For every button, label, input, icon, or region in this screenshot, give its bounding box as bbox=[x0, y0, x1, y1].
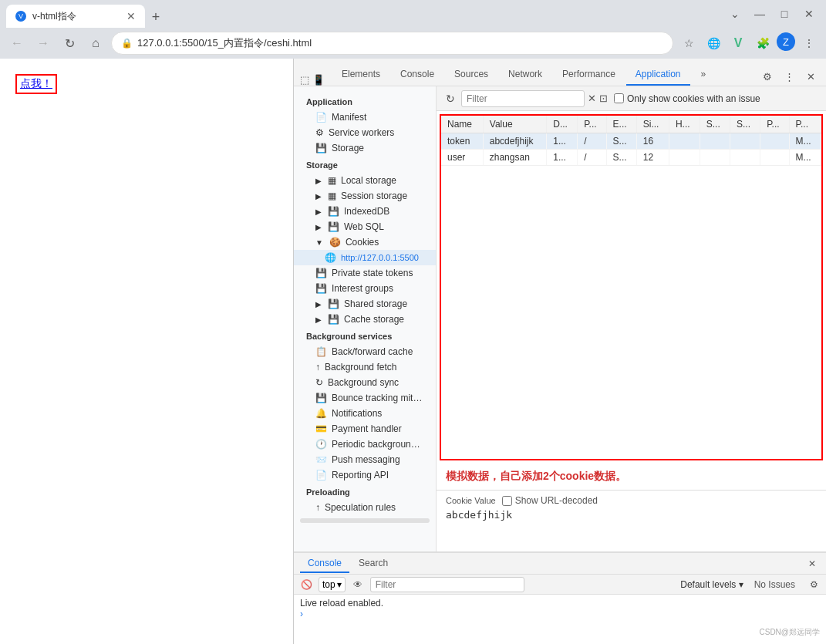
col-httponly[interactable]: H... bbox=[669, 116, 700, 133]
extensions-icon[interactable]: 🧩 bbox=[752, 32, 774, 54]
table-cell bbox=[669, 133, 700, 150]
sidebar-item-background-sync[interactable]: ↻ Background sync bbox=[294, 375, 436, 390]
console-eye-icon[interactable]: 👁 bbox=[350, 577, 366, 592]
sidebar-item-manifest[interactable]: 📄 Manifest bbox=[294, 110, 436, 125]
sidebar-item-session-storage[interactable]: ▶ ▦ Session storage bbox=[294, 188, 436, 204]
profile-icon[interactable]: Z bbox=[777, 32, 795, 51]
col-value[interactable]: Value bbox=[483, 116, 546, 133]
minimize-button[interactable]: — bbox=[749, 3, 770, 25]
table-row[interactable]: userzhangsan1.../S...12M... bbox=[441, 150, 821, 166]
issues-checkbox[interactable] bbox=[614, 93, 624, 103]
col-secure[interactable]: S... bbox=[700, 116, 730, 133]
address-bar[interactable]: 🔒 127.0.0.1:5500/15_内置指令/ceshi.html bbox=[111, 32, 673, 55]
sidebar-item-shared-storage[interactable]: ▶ 💾 Shared storage bbox=[294, 296, 436, 312]
tab-close-button[interactable]: ✕ bbox=[126, 10, 136, 22]
tab-console-bottom[interactable]: Console bbox=[300, 555, 349, 573]
devtools-close-icon[interactable]: ✕ bbox=[801, 67, 820, 86]
refresh-button[interactable]: ↻ bbox=[59, 32, 80, 54]
console-arrow-icon: › bbox=[300, 609, 303, 619]
sidebar-item-speculation-rules[interactable]: ↑ Speculation rules bbox=[294, 500, 436, 515]
tab-search-bottom[interactable]: Search bbox=[351, 555, 396, 573]
devtools-settings-icon[interactable]: ⚙ bbox=[758, 67, 777, 86]
table-cell: abcdefjhijk bbox=[483, 133, 546, 150]
sidebar-item-notifications[interactable]: 🔔 Notifications bbox=[294, 406, 436, 421]
menu-icon[interactable]: ⋮ bbox=[798, 32, 820, 54]
sidebar-item-periodic-background-sync[interactable]: 🕐 Periodic background sync bbox=[294, 437, 436, 452]
tab-application[interactable]: Application bbox=[626, 64, 690, 86]
window-close-button[interactable]: ✕ bbox=[798, 3, 820, 25]
translate-icon[interactable]: 🌐 bbox=[703, 32, 724, 54]
new-tab-button[interactable]: + bbox=[145, 6, 167, 28]
col-partitioned[interactable]: P... bbox=[789, 116, 821, 133]
maximize-button[interactable]: □ bbox=[774, 3, 795, 25]
default-levels-label[interactable]: Default levels ▾ bbox=[680, 579, 743, 590]
forward-button[interactable]: → bbox=[32, 32, 54, 54]
tab-elements[interactable]: Elements bbox=[332, 64, 389, 86]
service-workers-icon: ⚙ bbox=[315, 127, 324, 138]
filter-options-icon[interactable]: ⊡ bbox=[599, 93, 608, 104]
devtools-mobile-icon[interactable]: 📱 bbox=[312, 74, 325, 86]
sidebar-item-cookie-url[interactable]: 🌐 http://127.0.0.1:5500 bbox=[294, 250, 436, 265]
console-close-button[interactable]: ✕ bbox=[804, 556, 820, 572]
sidebar-scrollbar[interactable] bbox=[300, 518, 430, 523]
col-priority[interactable]: P... bbox=[760, 116, 789, 133]
cache-storage-icon: 💾 bbox=[328, 314, 339, 325]
table-cell: token bbox=[441, 133, 483, 150]
home-button[interactable]: ⌂ bbox=[85, 32, 106, 54]
console-prompt[interactable]: › bbox=[300, 609, 820, 619]
sidebar-item-bounce-tracking[interactable]: 💾 Bounce tracking mitigatic bbox=[294, 390, 436, 406]
sidebar-item-private-state-tokens[interactable]: 💾 Private state tokens bbox=[294, 265, 436, 281]
click-link[interactable]: 点我！ bbox=[15, 74, 57, 94]
devtools-cursor-icon[interactable]: ⬚ bbox=[300, 74, 309, 86]
top-dropdown-icon: ▾ bbox=[337, 579, 342, 590]
devtools-more-icon[interactable]: ⋮ bbox=[780, 67, 798, 86]
chevron-down-icon[interactable]: ⌄ bbox=[724, 3, 746, 25]
show-url-decoded-label[interactable]: Show URL-decoded bbox=[502, 495, 598, 506]
sidebar-item-reporting-api[interactable]: 📄 Reporting API bbox=[294, 467, 436, 483]
sidebar-item-local-storage[interactable]: ▶ ▦ Local storage bbox=[294, 173, 436, 188]
col-samesite[interactable]: S... bbox=[730, 116, 760, 133]
col-expires[interactable]: E... bbox=[606, 116, 636, 133]
notifications-icon: 🔔 bbox=[315, 408, 327, 419]
title-bar: V v-html指令 ✕ + ⌄ — □ ✕ bbox=[0, 0, 826, 28]
filter-input[interactable] bbox=[461, 90, 585, 107]
filter-refresh-button[interactable]: ↻ bbox=[443, 93, 458, 105]
sidebar-item-service-workers[interactable]: ⚙ Service workers bbox=[294, 125, 436, 140]
sidebar-item-cookies[interactable]: ▼ 🍪 Cookies bbox=[294, 234, 436, 250]
bookmark-icon[interactable]: ☆ bbox=[678, 32, 700, 54]
sidebar-item-back-forward-cache[interactable]: 📋 Back/forward cache bbox=[294, 344, 436, 359]
top-label: top bbox=[322, 579, 335, 590]
sidebar-item-interest-groups[interactable]: 💾 Interest groups bbox=[294, 281, 436, 296]
filter-checkbox-label[interactable]: Only show cookies with an issue bbox=[614, 93, 760, 104]
console-clear-icon[interactable]: 🚫 bbox=[298, 577, 314, 592]
col-path[interactable]: P... bbox=[578, 116, 606, 133]
sidebar-item-payment-handler[interactable]: 💳 Payment handler bbox=[294, 421, 436, 437]
col-domain[interactable]: D... bbox=[547, 116, 578, 133]
top-level-select[interactable]: top ▾ bbox=[319, 577, 346, 592]
manifest-icon: 📄 bbox=[315, 112, 327, 123]
tab-console[interactable]: Console bbox=[391, 64, 443, 86]
sidebar-item-background-fetch[interactable]: ↑ Background fetch bbox=[294, 359, 436, 375]
sidebar-item-push-messaging[interactable]: 📨 Push messaging bbox=[294, 452, 436, 467]
col-name[interactable]: Name bbox=[441, 116, 483, 133]
col-size[interactable]: Si... bbox=[636, 116, 669, 133]
tab-sources[interactable]: Sources bbox=[445, 64, 497, 86]
active-tab[interactable]: V v-html指令 ✕ bbox=[6, 5, 145, 28]
url-decoded-checkbox[interactable] bbox=[502, 496, 512, 506]
tab-network[interactable]: Network bbox=[499, 64, 551, 86]
sidebar-item-indexeddb[interactable]: ▶ 💾 IndexedDB bbox=[294, 204, 436, 219]
sidebar-item-web-sql[interactable]: ▶ 💾 Web SQL bbox=[294, 219, 436, 234]
table-row[interactable]: tokenabcdefjhijk1.../S...16M... bbox=[441, 133, 821, 150]
sidebar-item-storage-top[interactable]: 💾 Storage bbox=[294, 140, 436, 156]
sidebar-item-cache-storage[interactable]: ▶ 💾 Cache storage bbox=[294, 312, 436, 327]
filter-clear-button[interactable]: ✕ bbox=[588, 93, 596, 104]
vuejs-icon[interactable]: V bbox=[727, 32, 749, 54]
console-input[interactable] bbox=[306, 609, 820, 619]
table-cell: / bbox=[578, 133, 606, 150]
back-button[interactable]: ← bbox=[6, 32, 28, 54]
console-settings-icon[interactable]: ⚙ bbox=[806, 577, 821, 592]
console-filter-input[interactable] bbox=[370, 577, 524, 592]
tab-more[interactable]: » bbox=[692, 64, 716, 86]
tab-performance[interactable]: Performance bbox=[553, 64, 625, 86]
storage-top-icon: 💾 bbox=[315, 143, 327, 153]
